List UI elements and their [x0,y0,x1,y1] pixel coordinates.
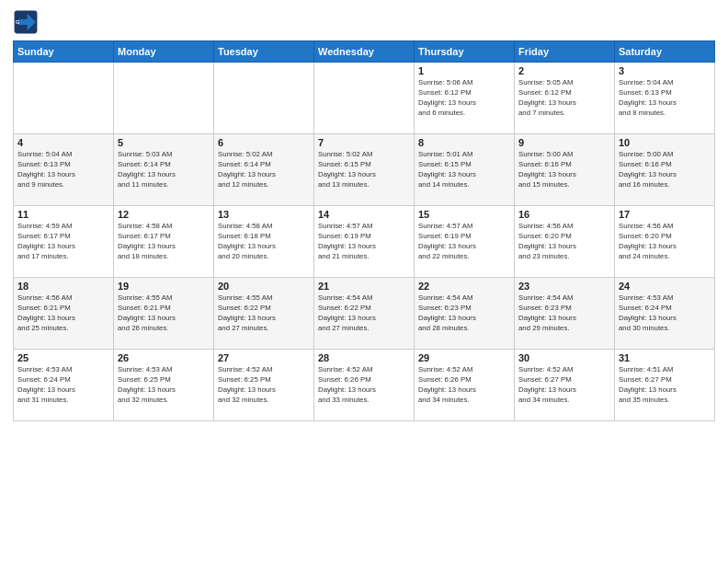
day-number: 20 [218,281,310,292]
day-info: Sunrise: 5:03 AM Sunset: 6:14 PM Dayligh… [118,150,210,190]
calendar-cell: 24Sunrise: 4:53 AM Sunset: 6:24 PM Dayli… [615,278,715,350]
day-info: Sunrise: 5:00 AM Sunset: 6:16 PM Dayligh… [518,150,610,190]
calendar-cell: 30Sunrise: 4:52 AM Sunset: 6:27 PM Dayli… [515,350,615,421]
day-info: Sunrise: 4:53 AM Sunset: 6:25 PM Dayligh… [118,365,210,406]
day-number: 11 [17,209,109,220]
day-info: Sunrise: 4:59 AM Sunset: 6:17 PM Dayligh… [17,222,109,262]
weekday-header-thursday: Thursday [415,41,515,63]
weekday-header-friday: Friday [515,41,615,63]
day-number: 5 [118,137,210,148]
day-info: Sunrise: 4:53 AM Sunset: 6:24 PM Dayligh… [17,365,109,406]
calendar-cell: 18Sunrise: 4:56 AM Sunset: 6:21 PM Dayli… [14,278,114,350]
calendar-cell: 6Sunrise: 5:02 AM Sunset: 6:14 PM Daylig… [214,134,314,206]
day-info: Sunrise: 5:04 AM Sunset: 6:13 PM Dayligh… [17,150,109,190]
calendar-cell: 22Sunrise: 4:54 AM Sunset: 6:23 PM Dayli… [415,278,515,350]
calendar-cell: 17Sunrise: 4:56 AM Sunset: 6:20 PM Dayli… [615,206,715,278]
calendar-cell: 4Sunrise: 5:04 AM Sunset: 6:13 PM Daylig… [14,134,114,206]
day-info: Sunrise: 4:55 AM Sunset: 6:22 PM Dayligh… [218,293,310,334]
day-number: 31 [619,352,711,363]
page: G SundayMondayTuesdayWednesdayThursdayFr… [0,0,728,563]
calendar-cell [114,63,214,134]
day-info: Sunrise: 4:55 AM Sunset: 6:21 PM Dayligh… [118,293,210,334]
day-info: Sunrise: 4:57 AM Sunset: 6:19 PM Dayligh… [318,222,410,262]
calendar-cell: 15Sunrise: 4:57 AM Sunset: 6:19 PM Dayli… [415,206,515,278]
calendar-week-5: 25Sunrise: 4:53 AM Sunset: 6:24 PM Dayli… [14,350,715,421]
calendar-cell: 23Sunrise: 4:54 AM Sunset: 6:23 PM Dayli… [515,278,615,350]
calendar-cell: 26Sunrise: 4:53 AM Sunset: 6:25 PM Dayli… [114,350,214,421]
calendar-week-3: 11Sunrise: 4:59 AM Sunset: 6:17 PM Dayli… [14,206,715,278]
day-info: Sunrise: 4:56 AM Sunset: 6:20 PM Dayligh… [518,222,610,262]
calendar-cell: 16Sunrise: 4:56 AM Sunset: 6:20 PM Dayli… [515,206,615,278]
day-number: 6 [218,137,310,148]
day-number: 12 [118,209,210,220]
day-info: Sunrise: 5:02 AM Sunset: 6:15 PM Dayligh… [318,150,410,190]
logo-icon: G [13,9,39,35]
weekday-header-sunday: Sunday [14,41,114,63]
weekday-header-saturday: Saturday [615,41,715,63]
day-number: 16 [518,209,610,220]
day-info: Sunrise: 4:52 AM Sunset: 6:27 PM Dayligh… [518,365,610,406]
day-info: Sunrise: 4:53 AM Sunset: 6:24 PM Dayligh… [619,293,711,334]
day-info: Sunrise: 5:00 AM Sunset: 6:16 PM Dayligh… [619,150,711,190]
day-info: Sunrise: 4:58 AM Sunset: 6:18 PM Dayligh… [218,222,310,262]
calendar-cell: 7Sunrise: 5:02 AM Sunset: 6:15 PM Daylig… [314,134,415,206]
calendar-table: SundayMondayTuesdayWednesdayThursdayFrid… [13,40,715,421]
calendar-cell: 28Sunrise: 4:52 AM Sunset: 6:26 PM Dayli… [314,350,415,421]
day-number: 24 [619,281,711,292]
header: G [13,9,715,35]
weekday-header-wednesday: Wednesday [314,41,415,63]
day-number: 30 [518,352,610,363]
calendar-week-1: 1Sunrise: 5:06 AM Sunset: 6:12 PM Daylig… [14,63,715,134]
day-info: Sunrise: 4:51 AM Sunset: 6:27 PM Dayligh… [619,365,711,406]
day-info: Sunrise: 4:57 AM Sunset: 6:19 PM Dayligh… [418,222,510,262]
day-number: 1 [418,65,510,76]
calendar-cell: 3Sunrise: 5:04 AM Sunset: 6:13 PM Daylig… [615,63,715,134]
calendar-cell: 25Sunrise: 4:53 AM Sunset: 6:24 PM Dayli… [14,350,114,421]
calendar-cell: 27Sunrise: 4:52 AM Sunset: 6:25 PM Dayli… [214,350,314,421]
calendar-cell [214,63,314,134]
day-number: 9 [518,137,610,148]
day-number: 8 [418,137,510,148]
day-info: Sunrise: 4:58 AM Sunset: 6:17 PM Dayligh… [118,222,210,262]
day-number: 2 [518,65,610,76]
day-number: 21 [318,281,410,292]
day-number: 29 [418,352,510,363]
logo: G [13,9,42,35]
calendar-cell: 20Sunrise: 4:55 AM Sunset: 6:22 PM Dayli… [214,278,314,350]
day-number: 23 [518,281,610,292]
calendar-header: SundayMondayTuesdayWednesdayThursdayFrid… [14,41,715,63]
day-number: 19 [118,281,210,292]
day-info: Sunrise: 4:52 AM Sunset: 6:26 PM Dayligh… [318,365,410,406]
day-number: 17 [619,209,711,220]
calendar-cell: 13Sunrise: 4:58 AM Sunset: 6:18 PM Dayli… [214,206,314,278]
calendar-cell: 8Sunrise: 5:01 AM Sunset: 6:15 PM Daylig… [415,134,515,206]
calendar-cell: 1Sunrise: 5:06 AM Sunset: 6:12 PM Daylig… [415,63,515,134]
day-info: Sunrise: 5:02 AM Sunset: 6:14 PM Dayligh… [218,150,310,190]
calendar-cell: 21Sunrise: 4:54 AM Sunset: 6:22 PM Dayli… [314,278,415,350]
day-number: 26 [118,352,210,363]
day-info: Sunrise: 4:54 AM Sunset: 6:23 PM Dayligh… [418,293,510,334]
calendar-week-4: 18Sunrise: 4:56 AM Sunset: 6:21 PM Dayli… [14,278,715,350]
calendar-cell: 12Sunrise: 4:58 AM Sunset: 6:17 PM Dayli… [114,206,214,278]
calendar-cell: 31Sunrise: 4:51 AM Sunset: 6:27 PM Dayli… [615,350,715,421]
day-info: Sunrise: 5:05 AM Sunset: 6:12 PM Dayligh… [518,78,610,119]
calendar-cell: 29Sunrise: 4:52 AM Sunset: 6:26 PM Dayli… [415,350,515,421]
day-info: Sunrise: 4:54 AM Sunset: 6:22 PM Dayligh… [318,293,410,334]
calendar-cell: 14Sunrise: 4:57 AM Sunset: 6:19 PM Dayli… [314,206,415,278]
weekday-header-monday: Monday [114,41,214,63]
day-number: 7 [318,137,410,148]
calendar-cell: 11Sunrise: 4:59 AM Sunset: 6:17 PM Dayli… [14,206,114,278]
day-info: Sunrise: 5:01 AM Sunset: 6:15 PM Dayligh… [418,150,510,190]
day-info: Sunrise: 4:56 AM Sunset: 6:20 PM Dayligh… [619,222,711,262]
day-number: 25 [17,352,109,363]
day-info: Sunrise: 4:56 AM Sunset: 6:21 PM Dayligh… [17,293,109,334]
day-info: Sunrise: 5:06 AM Sunset: 6:12 PM Dayligh… [418,78,510,119]
day-number: 28 [318,352,410,363]
calendar-cell: 2Sunrise: 5:05 AM Sunset: 6:12 PM Daylig… [515,63,615,134]
calendar-cell: 5Sunrise: 5:03 AM Sunset: 6:14 PM Daylig… [114,134,214,206]
day-number: 3 [619,65,711,76]
calendar-cell [14,63,114,134]
svg-text:G: G [16,19,19,25]
day-info: Sunrise: 5:04 AM Sunset: 6:13 PM Dayligh… [619,78,711,119]
day-info: Sunrise: 4:52 AM Sunset: 6:26 PM Dayligh… [418,365,510,406]
